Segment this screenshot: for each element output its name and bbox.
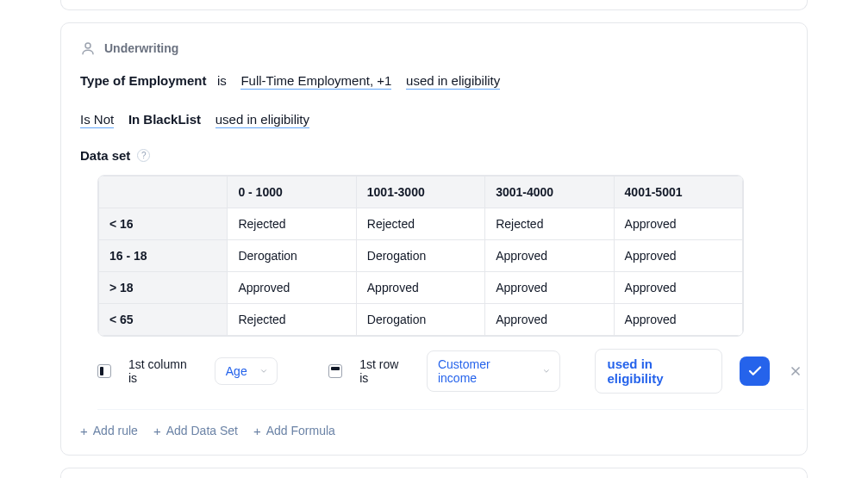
- table-row: > 18ApprovedApprovedApprovedApproved: [99, 272, 743, 304]
- help-icon[interactable]: ?: [137, 149, 150, 162]
- table-cell[interactable]: Approved: [228, 272, 356, 304]
- rule1-op: is: [217, 73, 227, 88]
- row-header[interactable]: < 16: [99, 208, 228, 240]
- table-cell[interactable]: Approved: [356, 272, 484, 304]
- svg-point-0: [85, 43, 91, 48]
- rule-line-2: Is Not In BlackList used in eligibility: [80, 110, 788, 130]
- table-cell[interactable]: Derogation: [356, 304, 484, 336]
- user-icon: [80, 40, 96, 56]
- first-row-icon: [328, 364, 342, 378]
- table-corner-cell: [99, 177, 228, 208]
- rule2-field: In BlackList: [128, 112, 201, 127]
- add-formula-link[interactable]: + Add Formula: [253, 424, 335, 437]
- table-cell[interactable]: Rejected: [228, 304, 356, 336]
- table-cell[interactable]: Rejected: [485, 208, 614, 240]
- col-header[interactable]: 3001-4000: [485, 177, 614, 208]
- table-cell[interactable]: Approved: [614, 304, 742, 336]
- plus-icon: +: [80, 425, 88, 437]
- rule1-usage[interactable]: used in eligibility: [406, 73, 500, 90]
- table-cell[interactable]: Derogation: [356, 240, 484, 272]
- chevron-down-icon: [542, 367, 551, 375]
- previous-card-bottom: [60, 0, 808, 10]
- card-title: Underwriting: [104, 41, 178, 55]
- add-rule-link[interactable]: + Add rule: [80, 424, 138, 437]
- add-rule-label: Add rule: [93, 424, 138, 437]
- actions-row: + Add rule + Add Data Set + Add Formula: [80, 424, 788, 437]
- table-cell[interactable]: Approved: [614, 240, 742, 272]
- plus-icon: +: [253, 425, 261, 437]
- table-header-row: 0 - 1000 1001-3000 3001-4000 4001-5001: [99, 177, 743, 208]
- row-header[interactable]: < 65: [99, 304, 228, 336]
- col-header[interactable]: 0 - 1000: [228, 177, 356, 208]
- check-icon: [747, 363, 763, 379]
- table-cell[interactable]: Approved: [485, 304, 614, 336]
- first-column-value: Age: [226, 364, 247, 378]
- row-header[interactable]: 16 - 18: [99, 240, 228, 272]
- chevron-down-icon: [259, 367, 268, 375]
- confirm-button[interactable]: [740, 356, 770, 386]
- rule-line-1: Type of Employment is Full-Time Employme…: [80, 71, 788, 91]
- config-row: 1st column is Age 1st row is Customer in…: [97, 349, 804, 410]
- table-row: 16 - 18DerogationDerogationApprovedAppro…: [99, 240, 743, 272]
- first-column-select[interactable]: Age: [215, 357, 278, 385]
- dataset-table: 0 - 1000 1001-3000 3001-4000 4001-5001 <…: [97, 175, 744, 337]
- add-formula-label: Add Formula: [266, 424, 335, 437]
- first-row-select[interactable]: Customer income: [427, 350, 560, 392]
- add-dataset-link[interactable]: + Add Data Set: [153, 424, 238, 437]
- dataset-header: Data set ?: [80, 148, 788, 163]
- add-dataset-label: Add Data Set: [166, 424, 238, 437]
- rule1-field: Type of Employment: [80, 73, 206, 88]
- table-cell[interactable]: Rejected: [356, 208, 484, 240]
- first-row-value: Customer income: [438, 357, 530, 385]
- table-cell[interactable]: Rejected: [228, 208, 356, 240]
- table-cell[interactable]: Derogation: [228, 240, 356, 272]
- table-cell[interactable]: Approved: [614, 208, 742, 240]
- close-icon: [789, 364, 802, 378]
- rule2-usage[interactable]: used in eligibility: [215, 112, 309, 128]
- rule2-op[interactable]: Is Not: [80, 112, 114, 128]
- row-header[interactable]: > 18: [99, 272, 228, 304]
- card-header: Underwriting: [80, 40, 788, 56]
- table-cell[interactable]: Approved: [485, 272, 614, 304]
- next-card-top: [60, 468, 808, 478]
- underwriting-card: Underwriting Type of Employment is Full-…: [60, 22, 808, 456]
- first-column-icon: [97, 364, 111, 378]
- first-column-label: 1st column is: [128, 357, 197, 385]
- table-row: < 65RejectedDerogationApprovedApproved: [99, 304, 743, 336]
- dataset-label: Data set: [80, 148, 130, 163]
- col-header[interactable]: 1001-3000: [356, 177, 484, 208]
- table-cell[interactable]: Approved: [614, 272, 742, 304]
- used-in-eligibility-pill[interactable]: used in eligibility: [595, 349, 723, 394]
- close-button[interactable]: [787, 363, 804, 380]
- table-cell[interactable]: Approved: [485, 240, 614, 272]
- first-row-label: 1st row is: [359, 357, 409, 385]
- plus-icon: +: [153, 425, 161, 437]
- table-row: < 16RejectedRejectedRejectedApproved: [99, 208, 743, 240]
- rule1-value[interactable]: Full-Time Employment, +1: [240, 73, 391, 90]
- col-header[interactable]: 4001-5001: [614, 177, 742, 208]
